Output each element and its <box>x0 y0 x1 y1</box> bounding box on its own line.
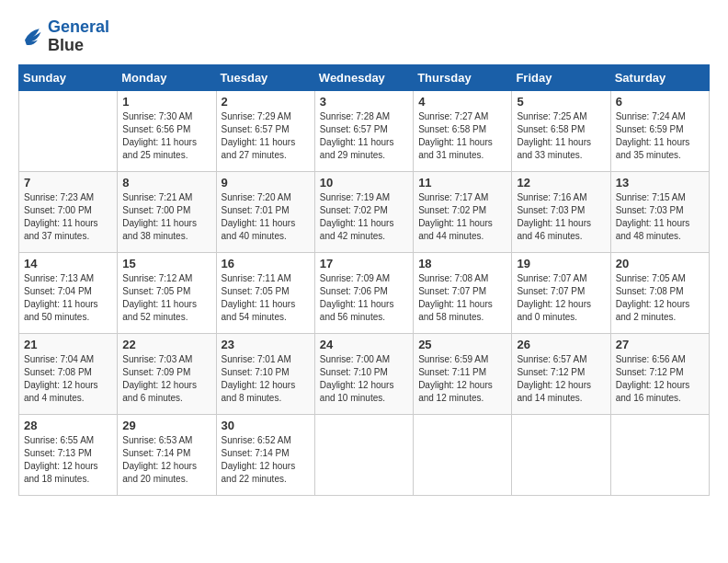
calendar-cell: 9Sunrise: 7:20 AM Sunset: 7:01 PM Daylig… <box>216 171 314 252</box>
day-number: 20 <box>616 257 704 270</box>
day-number: 11 <box>418 176 506 190</box>
calendar-cell: 6Sunrise: 7:24 AM Sunset: 6:59 PM Daylig… <box>610 90 709 171</box>
day-number: 8 <box>122 176 210 190</box>
logo: GeneralBlue <box>18 18 109 55</box>
day-info: Sunrise: 7:03 AM Sunset: 7:09 PM Dayligh… <box>122 353 210 405</box>
day-number: 29 <box>122 419 210 432</box>
day-number: 17 <box>320 257 408 270</box>
day-number: 21 <box>24 338 112 351</box>
day-info: Sunrise: 7:05 AM Sunset: 7:08 PM Dayligh… <box>616 272 704 324</box>
day-number: 28 <box>24 419 112 432</box>
day-info: Sunrise: 7:09 AM Sunset: 7:06 PM Dayligh… <box>320 272 408 324</box>
day-number: 12 <box>517 176 605 190</box>
calendar-cell: 8Sunrise: 7:21 AM Sunset: 7:00 PM Daylig… <box>118 171 216 252</box>
calendar-cell: 12Sunrise: 7:16 AM Sunset: 7:03 PM Dayli… <box>512 171 610 252</box>
day-info: Sunrise: 7:13 AM Sunset: 7:04 PM Dayligh… <box>24 272 112 324</box>
calendar-week-1: 1Sunrise: 7:30 AM Sunset: 6:56 PM Daylig… <box>19 90 710 171</box>
day-info: Sunrise: 7:12 AM Sunset: 7:05 PM Dayligh… <box>122 272 210 324</box>
calendar-cell <box>414 414 512 495</box>
day-info: Sunrise: 7:16 AM Sunset: 7:03 PM Dayligh… <box>517 191 605 243</box>
calendar-cell: 22Sunrise: 7:03 AM Sunset: 7:09 PM Dayli… <box>118 333 216 414</box>
calendar-cell: 2Sunrise: 7:29 AM Sunset: 6:57 PM Daylig… <box>216 90 314 171</box>
day-number: 13 <box>616 176 704 190</box>
day-info: Sunrise: 7:04 AM Sunset: 7:08 PM Dayligh… <box>24 353 112 405</box>
day-number: 18 <box>418 257 506 270</box>
calendar-cell: 7Sunrise: 7:23 AM Sunset: 7:00 PM Daylig… <box>19 171 118 252</box>
day-number: 9 <box>222 176 310 190</box>
weekday-header-thursday: Thursday <box>414 64 512 90</box>
day-number: 2 <box>222 95 310 109</box>
calendar-cell: 24Sunrise: 7:00 AM Sunset: 7:10 PM Dayli… <box>314 333 413 414</box>
weekday-header-sunday: Sunday <box>19 64 118 90</box>
day-info: Sunrise: 7:28 AM Sunset: 6:57 PM Dayligh… <box>320 110 408 162</box>
calendar-cell: 11Sunrise: 7:17 AM Sunset: 7:02 PM Dayli… <box>414 171 512 252</box>
day-number: 7 <box>24 176 112 190</box>
calendar-cell <box>19 90 118 171</box>
calendar-cell: 28Sunrise: 6:55 AM Sunset: 7:13 PM Dayli… <box>19 414 118 495</box>
day-number: 22 <box>122 338 210 351</box>
calendar-cell <box>314 414 413 495</box>
calendar-week-4: 21Sunrise: 7:04 AM Sunset: 7:08 PM Dayli… <box>19 333 710 414</box>
calendar-cell: 1Sunrise: 7:30 AM Sunset: 6:56 PM Daylig… <box>118 90 216 171</box>
day-info: Sunrise: 7:20 AM Sunset: 7:01 PM Dayligh… <box>222 191 310 243</box>
calendar-cell: 16Sunrise: 7:11 AM Sunset: 7:05 PM Dayli… <box>216 252 314 333</box>
page-header: GeneralBlue <box>18 18 710 55</box>
day-number: 16 <box>222 257 310 270</box>
day-number: 6 <box>616 95 704 109</box>
calendar-cell: 25Sunrise: 6:59 AM Sunset: 7:11 PM Dayli… <box>414 333 512 414</box>
calendar-cell: 18Sunrise: 7:08 AM Sunset: 7:07 PM Dayli… <box>414 252 512 333</box>
calendar-cell: 26Sunrise: 6:57 AM Sunset: 7:12 PM Dayli… <box>512 333 610 414</box>
day-number: 1 <box>122 95 210 109</box>
day-info: Sunrise: 6:55 AM Sunset: 7:13 PM Dayligh… <box>24 434 112 486</box>
weekday-header-saturday: Saturday <box>610 64 709 90</box>
calendar-cell: 30Sunrise: 6:52 AM Sunset: 7:14 PM Dayli… <box>216 414 314 495</box>
calendar-cell: 14Sunrise: 7:13 AM Sunset: 7:04 PM Dayli… <box>19 252 118 333</box>
calendar-week-2: 7Sunrise: 7:23 AM Sunset: 7:00 PM Daylig… <box>19 171 710 252</box>
calendar-cell: 10Sunrise: 7:19 AM Sunset: 7:02 PM Dayli… <box>314 171 413 252</box>
day-info: Sunrise: 7:25 AM Sunset: 6:58 PM Dayligh… <box>517 110 605 162</box>
day-info: Sunrise: 6:59 AM Sunset: 7:11 PM Dayligh… <box>418 353 506 405</box>
day-number: 15 <box>122 257 210 270</box>
day-number: 24 <box>320 338 408 351</box>
calendar-cell: 5Sunrise: 7:25 AM Sunset: 6:58 PM Daylig… <box>512 90 610 171</box>
day-info: Sunrise: 7:01 AM Sunset: 7:10 PM Dayligh… <box>222 353 310 405</box>
day-info: Sunrise: 7:07 AM Sunset: 7:07 PM Dayligh… <box>517 272 605 324</box>
calendar-cell: 21Sunrise: 7:04 AM Sunset: 7:08 PM Dayli… <box>19 333 118 414</box>
day-number: 25 <box>418 338 506 351</box>
weekday-header-friday: Friday <box>512 64 610 90</box>
day-number: 3 <box>320 95 408 109</box>
calendar-cell: 29Sunrise: 6:53 AM Sunset: 7:14 PM Dayli… <box>118 414 216 495</box>
calendar-cell: 3Sunrise: 7:28 AM Sunset: 6:57 PM Daylig… <box>314 90 413 171</box>
day-info: Sunrise: 7:27 AM Sunset: 6:58 PM Dayligh… <box>418 110 506 162</box>
day-info: Sunrise: 7:23 AM Sunset: 7:00 PM Dayligh… <box>24 191 112 243</box>
calendar-cell: 19Sunrise: 7:07 AM Sunset: 7:07 PM Dayli… <box>512 252 610 333</box>
day-info: Sunrise: 7:21 AM Sunset: 7:00 PM Dayligh… <box>122 191 210 243</box>
day-info: Sunrise: 7:15 AM Sunset: 7:03 PM Dayligh… <box>616 191 704 243</box>
day-number: 30 <box>222 419 310 432</box>
day-info: Sunrise: 7:29 AM Sunset: 6:57 PM Dayligh… <box>222 110 310 162</box>
calendar-cell: 17Sunrise: 7:09 AM Sunset: 7:06 PM Dayli… <box>314 252 413 333</box>
day-info: Sunrise: 7:00 AM Sunset: 7:10 PM Dayligh… <box>320 353 408 405</box>
day-info: Sunrise: 7:11 AM Sunset: 7:05 PM Dayligh… <box>222 272 310 324</box>
day-info: Sunrise: 6:57 AM Sunset: 7:12 PM Dayligh… <box>517 353 605 405</box>
weekday-header-row: SundayMondayTuesdayWednesdayThursdayFrid… <box>19 64 710 90</box>
calendar-week-5: 28Sunrise: 6:55 AM Sunset: 7:13 PM Dayli… <box>19 414 710 495</box>
day-info: Sunrise: 7:24 AM Sunset: 6:59 PM Dayligh… <box>616 110 704 162</box>
day-number: 26 <box>517 338 605 351</box>
day-number: 14 <box>24 257 112 270</box>
logo-icon <box>18 24 44 50</box>
day-number: 10 <box>320 176 408 190</box>
day-number: 19 <box>517 257 605 270</box>
day-info: Sunrise: 7:08 AM Sunset: 7:07 PM Dayligh… <box>418 272 506 324</box>
day-info: Sunrise: 6:56 AM Sunset: 7:12 PM Dayligh… <box>616 353 704 405</box>
weekday-header-monday: Monday <box>118 64 216 90</box>
day-number: 27 <box>616 338 704 351</box>
day-info: Sunrise: 7:17 AM Sunset: 7:02 PM Dayligh… <box>418 191 506 243</box>
day-number: 5 <box>517 95 605 109</box>
day-number: 4 <box>418 95 506 109</box>
calendar-cell: 4Sunrise: 7:27 AM Sunset: 6:58 PM Daylig… <box>414 90 512 171</box>
logo-text: GeneralBlue <box>48 18 109 55</box>
day-info: Sunrise: 6:53 AM Sunset: 7:14 PM Dayligh… <box>122 434 210 486</box>
day-info: Sunrise: 6:52 AM Sunset: 7:14 PM Dayligh… <box>222 434 310 486</box>
weekday-header-wednesday: Wednesday <box>314 64 413 90</box>
